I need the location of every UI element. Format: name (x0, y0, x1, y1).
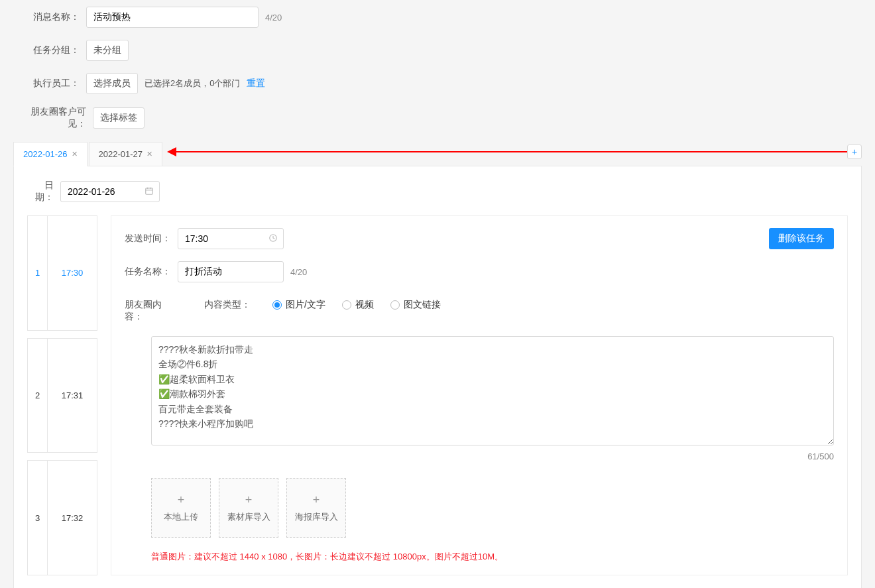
message-name-input-wrapper[interactable] (86, 7, 259, 28)
plus-icon: + (852, 147, 857, 157)
time-slot-list: 1 17:30 2 17:31 3 17:32 (27, 215, 97, 575)
upload-poster-button[interactable]: + 海报库导入 (286, 478, 346, 538)
annotation-arrow-line (176, 151, 847, 152)
date-tabs: 2022-01-26 ✕ 2022-01-27 ✕ + (13, 142, 862, 166)
content-textarea[interactable] (151, 336, 834, 445)
task-group-label: 任务分组： (13, 44, 80, 56)
calendar-icon (145, 186, 154, 198)
add-tab-button[interactable]: + (847, 145, 862, 159)
message-name-label: 消息名称： (13, 11, 80, 23)
task-panel: 删除该任务 发送时间： 任务名称： 4/20 朋友圈 (111, 215, 848, 575)
radio-image-text[interactable]: 图片/文字 (272, 299, 325, 311)
image-hint-text: 普通图片：建议不超过 1440 x 1080，长图片：长边建议不超过 10800… (151, 551, 834, 563)
task-group-select[interactable]: 未分组 (86, 40, 129, 61)
tab-2022-01-26[interactable]: 2022-01-26 ✕ (13, 142, 88, 166)
exec-staff-label: 执行员工： (13, 78, 80, 89)
svg-rect-0 (146, 188, 153, 194)
plus-icon: + (313, 493, 320, 507)
send-time-input[interactable] (178, 228, 284, 249)
textarea-counter: 61/500 (151, 451, 834, 461)
date-label: 日期： (27, 180, 54, 204)
time-slot-1[interactable]: 1 17:30 (28, 216, 97, 331)
time-slot-2[interactable]: 2 17:31 (28, 338, 97, 453)
date-input[interactable] (60, 181, 160, 202)
task-name-input[interactable] (178, 261, 284, 282)
radio-link[interactable]: 图文链接 (390, 299, 441, 311)
upload-material-button[interactable]: + 素材库导入 (219, 478, 278, 538)
clock-icon (268, 233, 278, 245)
message-name-input[interactable] (93, 12, 251, 23)
content-type-label: 内容类型： (204, 299, 251, 311)
content-type-radio-group: 内容类型： 图片/文字 视频 图文链接 (204, 299, 834, 311)
radio-video[interactable]: 视频 (342, 299, 374, 311)
select-member-button[interactable]: 选择成员 (86, 73, 138, 94)
annotation-arrow-head (167, 147, 176, 156)
select-tag-button[interactable]: 选择标签 (93, 107, 145, 129)
tab-content: 日期： 1 17:30 2 17:31 3 17:32 (13, 166, 862, 588)
close-icon[interactable]: ✕ (146, 150, 152, 158)
upload-local-button[interactable]: + 本地上传 (151, 478, 211, 538)
reset-link[interactable]: 重置 (247, 78, 265, 89)
delete-task-button[interactable]: 删除该任务 (769, 228, 834, 249)
task-name-label: 任务名称： (125, 266, 171, 278)
send-time-label: 发送时间： (125, 233, 171, 245)
exec-staff-info: 已选择2名成员，0个部门 (145, 78, 240, 89)
message-name-counter: 4/20 (265, 13, 282, 23)
content-label: 朋友圈内容： (125, 299, 178, 323)
plus-icon: + (245, 493, 253, 507)
visibility-label: 朋友圈客户可见： (13, 106, 86, 130)
tab-2022-01-27[interactable]: 2022-01-27 ✕ (89, 142, 163, 166)
task-name-counter: 4/20 (290, 267, 307, 277)
time-slot-3[interactable]: 3 17:32 (28, 461, 97, 575)
close-icon[interactable]: ✕ (72, 150, 78, 158)
plus-icon: + (178, 493, 185, 507)
